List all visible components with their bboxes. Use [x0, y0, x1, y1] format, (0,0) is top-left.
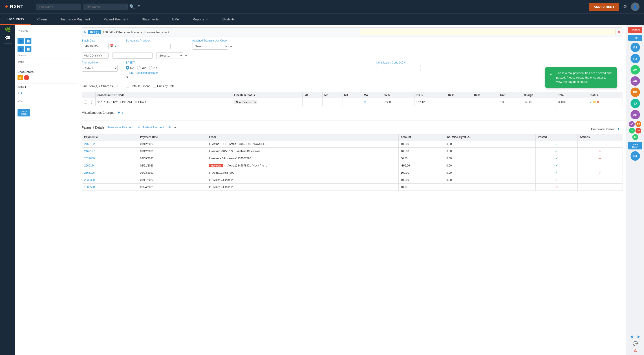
field-2[interactable] [112, 52, 153, 58]
payment-num-link[interactable]: 2462127 [84, 150, 95, 153]
green-dot-icon[interactable]: ● [114, 44, 117, 48]
epsdt-na-option[interactable]: NA [126, 66, 134, 69]
select-field[interactable]: Select... [156, 52, 183, 59]
edit-button[interactable]: Edit [628, 35, 642, 41]
search-button[interactable]: 🔍 [129, 4, 135, 9]
units-by-date-box[interactable] [153, 85, 156, 88]
dx-delete-icon[interactable]: ✕ [618, 30, 620, 34]
nav-item-reports[interactable]: Reports ▼ [186, 14, 215, 25]
cancel-button[interactable]: Cancel [628, 27, 642, 33]
undo-icon[interactable]: ↩ [598, 156, 601, 160]
row-checkbox[interactable] [84, 100, 87, 104]
batch-date-input[interactable] [82, 43, 109, 49]
last-name-input[interactable] [36, 3, 81, 10]
epsdt-na-radio[interactable] [126, 66, 129, 69]
sort-up-icon[interactable]: ▲ [91, 99, 94, 102]
payment-amount-cell: 100.00 [398, 140, 444, 148]
row-line-item-status[interactable]: None Selected [232, 98, 303, 106]
right-sidebar: Cancel Edit PJ PJ JM AR BE JJ AR AR BE J… [626, 25, 644, 355]
insurance-payment-add-button[interactable]: + [138, 125, 140, 130]
leave-open-right-button[interactable]: Leave Open [628, 142, 642, 149]
avatar-jj-1[interactable]: JJ [630, 99, 640, 108]
payment-actions-cell: ↩ [578, 155, 622, 162]
line-items-arrow-button[interactable]: → [120, 84, 124, 88]
eye-icon[interactable]: 👁 [364, 100, 367, 104]
attached-transmission-select[interactable]: Select... [192, 43, 228, 50]
status-folder-icon[interactable]: 📁 [593, 100, 596, 104]
avatar-pj-1[interactable]: PJ [630, 43, 640, 52]
default-expand-box[interactable] [126, 85, 129, 88]
nav-item-eligibility[interactable]: Eligibility [215, 14, 242, 25]
nav-item-claims[interactable]: Claims [30, 14, 54, 25]
nav-item-statements[interactable]: Statements [135, 14, 166, 25]
user-avatar[interactable]: 👤 [631, 2, 640, 11]
avatar-pj-3[interactable]: PJ [630, 151, 640, 161]
page-next-button[interactable]: ► [20, 91, 24, 95]
avatar-jm-xs[interactable]: JM [629, 128, 635, 133]
payment-ins-misc-cell [444, 184, 536, 191]
line-items-add-button[interactable]: + [116, 84, 118, 88]
nav-item-insurance-payment[interactable]: Insurance Payment [54, 14, 97, 25]
dx-input-field[interactable] [360, 29, 616, 35]
epsdt-no-option[interactable]: No [149, 66, 157, 69]
prev-page-button[interactable]: ◄| [629, 334, 635, 339]
encounter-label: Encounters [18, 70, 76, 74]
patient-payment-add-button[interactable]: + [168, 125, 171, 130]
scheduling-provider-input[interactable] [126, 43, 171, 49]
epsdt-yes-radio[interactable] [137, 66, 140, 69]
alert-icon-bottom[interactable]: ⚠ [634, 348, 637, 353]
payment-posted-cell: ✓ [536, 140, 578, 148]
epsdt-chevron-icon[interactable]: ▼ [126, 75, 372, 79]
avatar-ar-1[interactable]: AR [630, 76, 640, 86]
payment-num-link[interactable]: 2462102 [84, 142, 95, 146]
col-sort [89, 92, 96, 98]
total-row-2: Total: 1 [18, 84, 76, 90]
misc-charges-add-button[interactable]: + [118, 110, 120, 115]
leave-open-button[interactable]: Leave Open [18, 109, 30, 116]
main-content: 🌿 💬 Insura... 👤 📄 👤 📄 Amount Total: 2 En… [0, 25, 644, 355]
undo-icon[interactable]: ↩ [598, 171, 601, 175]
first-name-input[interactable] [83, 3, 128, 10]
nav-item-patient-payment[interactable]: Patient Payment [97, 14, 135, 25]
units-by-date-checkbox[interactable]: Units by Date [153, 84, 175, 88]
misc-charges-arrow-button[interactable]: › [122, 111, 123, 114]
status-delete-icon[interactable]: ✕ [597, 100, 599, 104]
avatar-be-xs[interactable]: BE [636, 121, 641, 127]
form-area: ➤ Dx F(6) T86.848 - Other complications … [78, 25, 626, 355]
avatar-jm-xs2[interactable]: JM [632, 134, 638, 140]
sort-down-icon[interactable]: ▼ [91, 102, 94, 105]
epsdt-no-radio[interactable] [149, 66, 152, 69]
sidebar-chat-icon[interactable]: 💬 [5, 35, 10, 40]
filter-button[interactable]: ⚗ [137, 4, 140, 9]
avatar-ar-2[interactable]: AR [630, 110, 640, 119]
payment-dropdown-toggle[interactable]: ▼ [174, 126, 177, 129]
add-patient-button[interactable]: ADD PATIENT [589, 3, 619, 11]
nav-item-encounters[interactable]: Encounters [0, 14, 30, 25]
mm-dd-yyyy-input[interactable] [82, 52, 109, 58]
encounter-dates-arrow-button[interactable]: › [621, 127, 622, 131]
next-page-button[interactable]: |► [636, 334, 641, 339]
sidebar-leaf-icon[interactable]: 🌿 [5, 27, 11, 33]
identification-code-input[interactable] [376, 65, 421, 71]
payment-num-link[interactable]: 2833399 [84, 178, 95, 182]
encounter-dates-add-button[interactable]: + [617, 127, 620, 131]
undo-icon[interactable]: ↩ [598, 149, 601, 153]
avatar-be-1[interactable]: BE [630, 87, 640, 97]
chat-icon-bottom[interactable]: 💬 [633, 341, 638, 346]
calendar-icon[interactable]: 📅 [110, 44, 114, 48]
epsdt-yes-option[interactable]: Yes [137, 66, 146, 69]
payment-num-link[interactable]: 2529850 [84, 157, 95, 160]
avatar-ar-xs[interactable]: AR [629, 121, 635, 127]
settings-gear-icon[interactable]: ⚙ [623, 4, 628, 10]
avatar-cb-xs[interactable]: CB [636, 128, 641, 133]
nav-item-era[interactable]: ERA [166, 14, 186, 25]
prior-auth-select[interactable]: Select... [82, 65, 118, 72]
avatar-pj-2[interactable]: PJ [630, 54, 640, 63]
avatar-jm-1[interactable]: JM [630, 65, 640, 74]
payment-num-link[interactable]: 1586520 [84, 186, 95, 189]
default-expand-checkbox[interactable]: Default Expand [126, 84, 150, 88]
payment-num-link[interactable]: 2565174 [84, 164, 95, 167]
line-item-status-select[interactable]: None Selected [234, 100, 257, 104]
payment-num-link[interactable]: 2565196 [84, 171, 95, 174]
top-bar: + RXNT 🔍 ⚗ ADD PATIENT ⚙ 👤 [0, 0, 644, 13]
